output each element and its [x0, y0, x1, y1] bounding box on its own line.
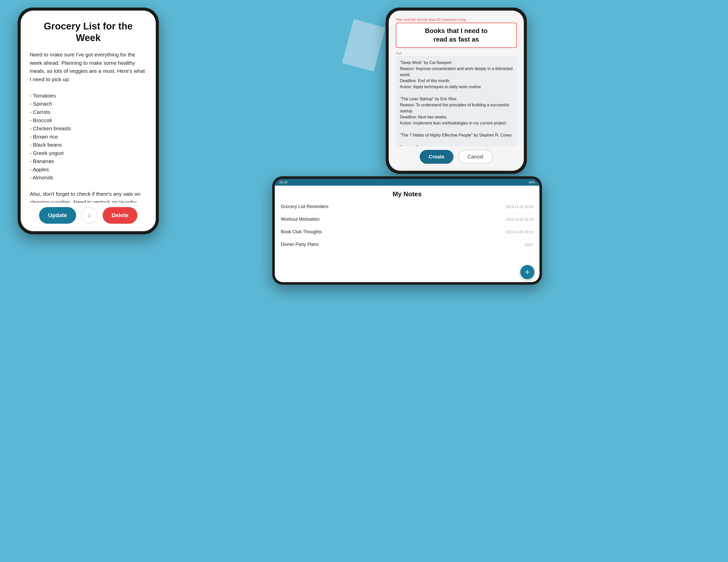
textarea-content[interactable]: "Deep Work" by Cal Newport Reason: Impro…: [396, 56, 517, 146]
list-item[interactable]: Grocery List Reminders 2023-11-05 20:29: [275, 201, 539, 213]
phone1-device: Grocery List for the Week Need to make s…: [18, 8, 159, 234]
delete-button[interactable]: Delete: [103, 207, 137, 224]
note-date: 2023-11-05 20:29: [505, 218, 533, 222]
note-title: Book Club Thoughts: [281, 229, 322, 235]
note-title: Workout Motivation: [281, 217, 320, 222]
battery-percent: 83%: [529, 181, 535, 184]
phone3-screen: 20:29 83% My Notes Grocery List Reminder…: [275, 179, 539, 282]
phone3-device: 20:29 83% My Notes Grocery List Reminder…: [272, 176, 542, 284]
notes-list: Grocery List Reminders 2023-11-05 20:29 …: [275, 201, 539, 282]
phone2-action-buttons: Create Cancel: [396, 150, 517, 164]
status-right: 83%: [529, 181, 535, 184]
error-message: Title must be shorter than 50 characters…: [396, 18, 517, 22]
create-button[interactable]: Create: [420, 150, 453, 164]
note-date: 2023-11-05 20:29: [505, 205, 533, 209]
phone1-screen: Grocery List for the Week Need to make s…: [21, 11, 156, 231]
phone2-device: Title must be shorter than 50 characters…: [386, 8, 527, 174]
decorative-paper: [342, 19, 385, 72]
my-notes-title: My Notes: [275, 186, 539, 201]
list-item[interactable]: Book Club Thoughts 2023-11-05 20:29: [275, 226, 539, 238]
grocery-list-title: Grocery List for the Week: [30, 21, 147, 44]
note-date: 2023-: [524, 243, 533, 247]
title-input-container[interactable]: Books that I need to read as fast as: [396, 23, 517, 48]
list-item[interactable]: Workout Motivation 2023-11-05 20:29: [275, 213, 539, 226]
add-note-button[interactable]: +: [520, 265, 534, 279]
note-title: Dinner Party Plans: [281, 242, 319, 247]
home-button[interactable]: ⌂: [81, 207, 98, 224]
cancel-button[interactable]: Cancel: [458, 150, 493, 164]
update-button[interactable]: Update: [39, 207, 76, 224]
textarea-text: "Deep Work" by Cal Newport Reason: Impro…: [400, 60, 512, 146]
note-date: 2023-11-05 20:29: [505, 230, 533, 234]
note-title: Grocery List Reminders: [281, 204, 328, 209]
list-item[interactable]: Dinner Party Plans 2023-: [275, 238, 539, 251]
status-time: 20:29: [279, 180, 288, 184]
status-bar: 20:29 83%: [275, 179, 539, 186]
grocery-list-body: Need to make sure I've got everything fo…: [30, 51, 147, 203]
phone1-action-buttons: Update ⌂ Delete: [30, 207, 147, 224]
phone2-screen: Title must be shorter than 50 characters…: [389, 11, 524, 171]
title-input-value[interactable]: Books that I need to read as fast as: [400, 27, 512, 44]
textarea-label: Text: [396, 51, 517, 55]
